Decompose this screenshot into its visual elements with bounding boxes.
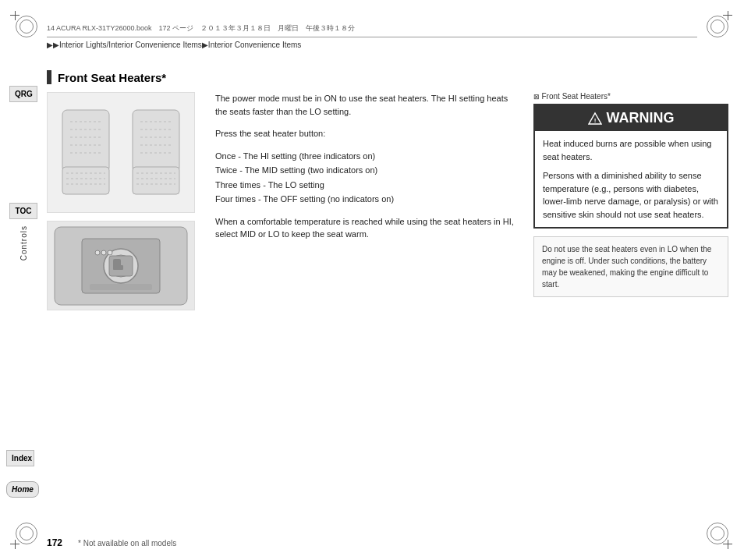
svg-rect-26 [113,265,123,270]
step-3: Three times - The LO setting [215,179,521,192]
warning-column: Front Seat Heaters* ! WARNING Heat induc… [533,92,728,310]
warning-body: Heat induced burns are possible when usi… [535,131,727,227]
step-4: Four times - The OFF setting (no indicat… [215,193,521,206]
sidebar: QRG [9,86,37,105]
warning-header: ! WARNING [535,105,727,131]
warning-box: ! WARNING Heat induced burns are possibl… [533,104,728,229]
warning-text-2: Persons with a diminished ability to sen… [543,169,719,221]
steps-list: Once - The HI setting (three indicators … [215,150,521,206]
svg-rect-10 [133,110,179,172]
section-title-text: Front Seat Heaters* [58,71,166,84]
svg-point-29 [108,250,112,255]
breadcrumb: ▶▶Interior Lights/Interior Convenience I… [47,41,697,49]
warning-triangle-icon: ! [588,112,602,126]
home-button[interactable]: Home [6,481,39,498]
index-button[interactable]: Index [6,450,34,466]
warning-text-1: Heat induced burns are possible when usi… [543,137,719,163]
circle-deco-tl [16,16,37,37]
front-seat-label: Front Seat Heaters* [533,92,728,101]
svg-rect-1 [62,167,109,194]
page-number: 172 [47,537,62,548]
controls-svg [51,223,191,309]
footer-note: * Not available on all models [78,539,176,548]
file-info: 14 ACURA RLX-31TY26000.book 172 ページ ２０１３… [47,23,697,34]
header-divider [47,37,697,37]
controls-label: Controls [19,225,28,261]
image-column [47,92,203,310]
svg-rect-0 [62,110,109,172]
svg-rect-11 [133,167,179,194]
press-instructions: Press the seat heater button: [215,127,521,140]
body-text-1: The power mode must be in ON to use the … [215,92,521,118]
text-column: The power mode must be in ON to use the … [215,92,521,310]
main-content: Front Seat Heaters* [47,70,728,521]
seat-image [47,92,195,213]
warning-label: WARNING [607,110,675,126]
seat-svg [55,98,187,207]
note-text: Do not use the seat heaters even in LO w… [542,245,711,289]
step-2: Twice - The MID setting (two indicators … [215,164,521,177]
toc-button[interactable]: TOC [9,203,37,219]
controls-image [47,221,195,310]
svg-text:!: ! [593,117,596,124]
toc-area: TOC Controls [9,203,37,261]
section-title-bar [47,70,51,84]
body-text-2: When a comfortable temperature is reache… [215,215,521,241]
step-1: Once - The HI setting (three indicators … [215,150,521,163]
circle-deco-tr [707,16,728,37]
warning-icon-svg: ! [588,112,602,126]
content-columns: The power mode must be in ON to use the … [47,92,728,310]
section-title-row: Front Seat Heaters* [47,70,728,84]
svg-rect-30 [90,284,152,290]
header: 14 ACURA RLX-31TY26000.book 172 ページ ２０１３… [47,23,697,49]
circle-deco-bl [16,523,37,544]
note-box: Do not use the seat heaters even in LO w… [533,236,728,297]
footer: 172 * Not available on all models [47,537,728,548]
svg-point-28 [101,250,106,255]
qrg-button[interactable]: QRG [9,86,37,102]
svg-point-27 [95,250,100,255]
